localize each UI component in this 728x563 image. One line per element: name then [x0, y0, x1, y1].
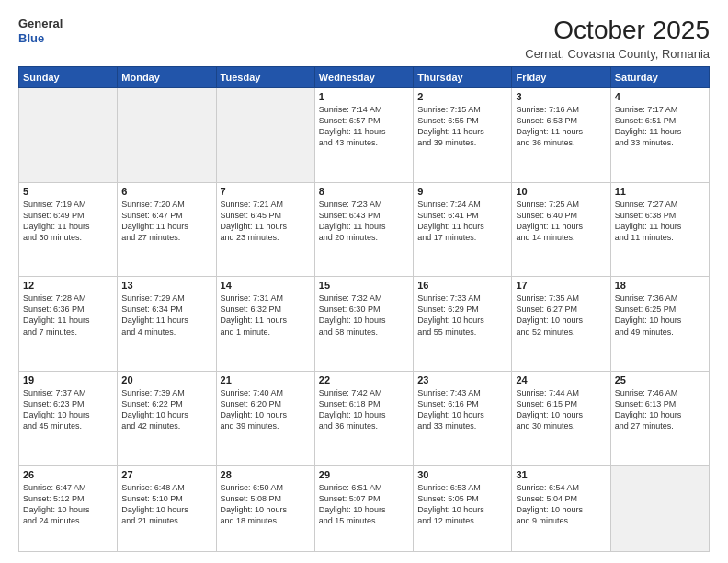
logo-general-text: General	[18, 17, 63, 31]
table-row: 22Sunrise: 7:42 AM Sunset: 6:18 PM Dayli…	[314, 371, 413, 465]
day-number: 24	[516, 374, 606, 385]
table-row: 31Sunrise: 6:54 AM Sunset: 5:04 PM Dayli…	[512, 465, 610, 551]
day-info: Sunrise: 6:48 AM Sunset: 5:10 PM Dayligh…	[121, 482, 211, 527]
table-row	[216, 87, 314, 182]
table-row: 11Sunrise: 7:27 AM Sunset: 6:38 PM Dayli…	[610, 182, 709, 277]
table-row	[610, 465, 709, 551]
table-row	[19, 87, 118, 182]
day-number: 22	[319, 374, 409, 385]
day-info: Sunrise: 7:39 AM Sunset: 6:22 PM Dayligh…	[121, 387, 211, 432]
day-info: Sunrise: 7:14 AM Sunset: 6:57 PM Dayligh…	[319, 104, 409, 149]
day-info: Sunrise: 7:42 AM Sunset: 6:18 PM Dayligh…	[319, 387, 409, 432]
day-number: 27	[121, 469, 211, 480]
table-row: 27Sunrise: 6:48 AM Sunset: 5:10 PM Dayli…	[118, 465, 216, 551]
day-info: Sunrise: 7:33 AM Sunset: 6:29 PM Dayligh…	[417, 293, 507, 338]
day-number: 23	[417, 374, 507, 385]
table-row: 24Sunrise: 7:44 AM Sunset: 6:15 PM Dayli…	[512, 371, 610, 465]
day-number: 4	[615, 91, 705, 102]
day-info: Sunrise: 7:20 AM Sunset: 6:47 PM Dayligh…	[121, 199, 211, 244]
day-info: Sunrise: 7:36 AM Sunset: 6:25 PM Dayligh…	[615, 293, 705, 338]
day-info: Sunrise: 7:21 AM Sunset: 6:45 PM Dayligh…	[221, 199, 311, 244]
day-info: Sunrise: 7:32 AM Sunset: 6:30 PM Dayligh…	[319, 293, 409, 338]
day-number: 25	[615, 374, 705, 385]
day-number: 7	[221, 186, 311, 197]
table-row: 14Sunrise: 7:31 AM Sunset: 6:32 PM Dayli…	[216, 277, 314, 372]
day-info: Sunrise: 6:51 AM Sunset: 5:07 PM Dayligh…	[319, 482, 409, 527]
day-number: 12	[23, 280, 113, 291]
calendar-table: Sunday Monday Tuesday Wednesday Thursday…	[18, 66, 710, 552]
table-row: 9Sunrise: 7:24 AM Sunset: 6:41 PM Daylig…	[414, 182, 512, 277]
day-info: Sunrise: 7:40 AM Sunset: 6:20 PM Dayligh…	[221, 387, 311, 432]
day-info: Sunrise: 7:24 AM Sunset: 6:41 PM Dayligh…	[417, 199, 507, 244]
table-row: 21Sunrise: 7:40 AM Sunset: 6:20 PM Dayli…	[216, 371, 314, 465]
day-number: 3	[516, 91, 606, 102]
table-row: 16Sunrise: 7:33 AM Sunset: 6:29 PM Dayli…	[414, 277, 512, 372]
table-row: 30Sunrise: 6:53 AM Sunset: 5:05 PM Dayli…	[414, 465, 512, 551]
day-info: Sunrise: 6:50 AM Sunset: 5:08 PM Dayligh…	[221, 482, 311, 527]
day-number: 5	[23, 186, 113, 197]
table-row: 7Sunrise: 7:21 AM Sunset: 6:45 PM Daylig…	[216, 182, 314, 277]
day-number: 8	[319, 186, 409, 197]
day-info: Sunrise: 7:43 AM Sunset: 6:16 PM Dayligh…	[417, 387, 507, 432]
calendar-week-0: 1Sunrise: 7:14 AM Sunset: 6:57 PM Daylig…	[19, 87, 710, 182]
table-row: 13Sunrise: 7:29 AM Sunset: 6:34 PM Dayli…	[118, 277, 216, 372]
calendar-week-1: 5Sunrise: 7:19 AM Sunset: 6:49 PM Daylig…	[19, 182, 710, 277]
calendar-header-row: Sunday Monday Tuesday Wednesday Thursday…	[19, 66, 710, 87]
day-number: 15	[319, 280, 409, 291]
col-friday: Friday	[512, 66, 610, 87]
day-number: 21	[221, 374, 311, 385]
table-row: 26Sunrise: 6:47 AM Sunset: 5:12 PM Dayli…	[19, 465, 118, 551]
day-info: Sunrise: 7:23 AM Sunset: 6:43 PM Dayligh…	[319, 199, 409, 244]
month-title: October 2025	[525, 17, 710, 45]
table-row: 10Sunrise: 7:25 AM Sunset: 6:40 PM Dayli…	[512, 182, 610, 277]
calendar-week-3: 19Sunrise: 7:37 AM Sunset: 6:23 PM Dayli…	[19, 371, 710, 465]
table-row: 25Sunrise: 7:46 AM Sunset: 6:13 PM Dayli…	[610, 371, 709, 465]
table-row: 8Sunrise: 7:23 AM Sunset: 6:43 PM Daylig…	[314, 182, 413, 277]
day-number: 31	[516, 469, 606, 480]
table-row: 3Sunrise: 7:16 AM Sunset: 6:53 PM Daylig…	[512, 87, 610, 182]
day-info: Sunrise: 7:35 AM Sunset: 6:27 PM Dayligh…	[516, 293, 606, 338]
table-row: 12Sunrise: 7:28 AM Sunset: 6:36 PM Dayli…	[19, 277, 118, 372]
table-row	[118, 87, 216, 182]
day-number: 19	[23, 374, 113, 385]
col-wednesday: Wednesday	[314, 66, 413, 87]
day-number: 9	[417, 186, 507, 197]
table-row: 29Sunrise: 6:51 AM Sunset: 5:07 PM Dayli…	[314, 465, 413, 551]
col-sunday: Sunday	[19, 66, 118, 87]
table-row: 19Sunrise: 7:37 AM Sunset: 6:23 PM Dayli…	[19, 371, 118, 465]
day-info: Sunrise: 7:29 AM Sunset: 6:34 PM Dayligh…	[121, 293, 211, 338]
calendar-week-2: 12Sunrise: 7:28 AM Sunset: 6:36 PM Dayli…	[19, 277, 710, 372]
day-info: Sunrise: 7:28 AM Sunset: 6:36 PM Dayligh…	[23, 293, 113, 338]
table-row: 2Sunrise: 7:15 AM Sunset: 6:55 PM Daylig…	[414, 87, 512, 182]
col-saturday: Saturday	[610, 66, 709, 87]
col-thursday: Thursday	[414, 66, 512, 87]
day-number: 13	[121, 280, 211, 291]
day-number: 6	[121, 186, 211, 197]
day-info: Sunrise: 7:31 AM Sunset: 6:32 PM Dayligh…	[221, 293, 311, 338]
table-row: 15Sunrise: 7:32 AM Sunset: 6:30 PM Dayli…	[314, 277, 413, 372]
day-info: Sunrise: 7:44 AM Sunset: 6:15 PM Dayligh…	[516, 387, 606, 432]
day-number: 11	[615, 186, 705, 197]
day-info: Sunrise: 7:17 AM Sunset: 6:51 PM Dayligh…	[615, 104, 705, 149]
logo: General Blue	[18, 17, 63, 45]
day-number: 20	[121, 374, 211, 385]
day-info: Sunrise: 6:47 AM Sunset: 5:12 PM Dayligh…	[23, 482, 113, 527]
day-number: 14	[221, 280, 311, 291]
header: General Blue October 2025 Cernat, Covasn…	[18, 17, 710, 61]
logo-blue-text: Blue	[18, 31, 63, 46]
day-info: Sunrise: 7:37 AM Sunset: 6:23 PM Dayligh…	[23, 387, 113, 432]
day-number: 10	[516, 186, 606, 197]
day-number: 26	[23, 469, 113, 480]
table-row: 23Sunrise: 7:43 AM Sunset: 6:16 PM Dayli…	[414, 371, 512, 465]
table-row: 28Sunrise: 6:50 AM Sunset: 5:08 PM Dayli…	[216, 465, 314, 551]
day-info: Sunrise: 7:15 AM Sunset: 6:55 PM Dayligh…	[417, 104, 507, 149]
col-monday: Monday	[118, 66, 216, 87]
table-row: 1Sunrise: 7:14 AM Sunset: 6:57 PM Daylig…	[314, 87, 413, 182]
day-info: Sunrise: 7:46 AM Sunset: 6:13 PM Dayligh…	[615, 387, 705, 432]
table-row: 20Sunrise: 7:39 AM Sunset: 6:22 PM Dayli…	[118, 371, 216, 465]
day-number: 29	[319, 469, 409, 480]
day-info: Sunrise: 6:53 AM Sunset: 5:05 PM Dayligh…	[417, 482, 507, 527]
table-row: 4Sunrise: 7:17 AM Sunset: 6:51 PM Daylig…	[610, 87, 709, 182]
day-number: 16	[417, 280, 507, 291]
day-info: Sunrise: 7:27 AM Sunset: 6:38 PM Dayligh…	[615, 199, 705, 244]
